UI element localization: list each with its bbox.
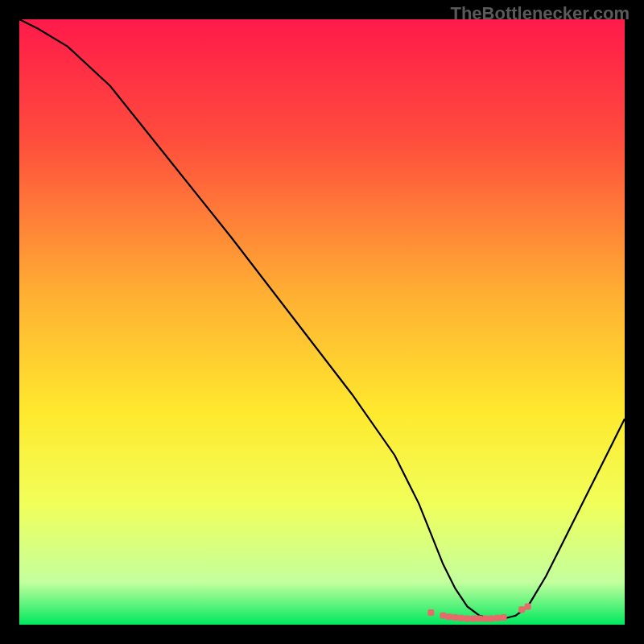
- marker-point: [489, 615, 495, 621]
- marker-point: [525, 603, 531, 609]
- marker-point: [446, 613, 452, 620]
- marker-point: [440, 613, 446, 619]
- marker-point: [470, 615, 477, 621]
- marker-point: [477, 615, 483, 621]
- marker-point: [518, 606, 525, 613]
- marker-point: [501, 614, 507, 621]
- marker-point: [464, 615, 470, 621]
- chart-background-gradient: [19, 19, 625, 625]
- marker-point: [458, 615, 464, 621]
- watermark-text: TheBottlenecker.com: [450, 3, 630, 24]
- marker-point: [427, 609, 434, 616]
- chart-svg: [19, 19, 625, 625]
- marker-point: [452, 614, 458, 621]
- marker-point: [482, 615, 489, 621]
- chart-plot-area: [19, 19, 625, 625]
- marker-point: [494, 615, 501, 621]
